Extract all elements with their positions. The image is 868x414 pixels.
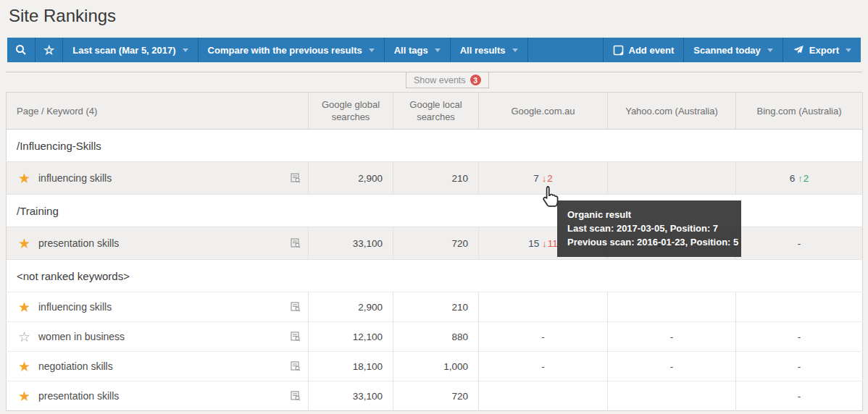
global-searches-cell: 2,900 xyxy=(309,162,393,195)
local-searches-cell: 880 xyxy=(393,322,479,352)
serp-details-icon[interactable] xyxy=(291,391,301,401)
trend-down-icon: ↓ xyxy=(539,173,548,184)
chevron-down-icon xyxy=(846,48,851,52)
global-searches-cell: 2,900 xyxy=(309,292,393,322)
keyword-label[interactable]: influencing skills xyxy=(38,301,112,313)
header-page-keyword[interactable]: Page / Keyword (4) xyxy=(7,93,309,130)
all-tags-label: All tags xyxy=(394,45,428,56)
bing-rank-cell[interactable]: - xyxy=(736,381,863,411)
keyword-label[interactable]: influencing skills xyxy=(38,172,112,184)
serp-details-icon[interactable] xyxy=(291,302,301,312)
events-bar: Show events 3 xyxy=(6,62,862,92)
serp-details-icon[interactable] xyxy=(291,173,301,183)
bing-rank-cell[interactable]: - xyxy=(736,227,863,260)
local-searches-cell: 210 xyxy=(393,162,479,195)
group-label: <not ranked keywords> xyxy=(7,260,863,292)
tooltip-last-scan: Last scan: 2017-03-05, Position: 7 xyxy=(567,221,731,235)
export-paper-plane-icon xyxy=(793,44,804,56)
favorites-filter-button[interactable]: ☆ xyxy=(36,38,63,62)
google-au-rank-cell[interactable] xyxy=(479,292,608,322)
group-label: /Influencing-Skills xyxy=(7,130,863,162)
keyword-label[interactable]: women in business xyxy=(38,331,125,342)
chevron-down-icon xyxy=(369,48,375,52)
header-bing-australia[interactable]: Bing.com (Australia) xyxy=(736,93,863,130)
global-searches-cell: 12,100 xyxy=(309,322,393,352)
global-searches-cell: 18,100 xyxy=(309,352,393,381)
compare-label: Compare with the previous results xyxy=(208,45,362,56)
keyword-row[interactable]: ★ presentation skills 33,100 720 - xyxy=(7,381,863,411)
keyword-label[interactable]: negotiation skills xyxy=(38,360,113,372)
keyword-label[interactable]: presentation skills xyxy=(38,390,119,402)
export-button[interactable]: Export xyxy=(783,38,861,62)
local-searches-cell: 210 xyxy=(393,292,479,322)
scanned-today-label: Scanned today xyxy=(693,45,760,56)
chevron-down-icon xyxy=(512,48,518,52)
cursor-pointer-icon xyxy=(539,185,561,213)
all-tags-dropdown[interactable]: All tags xyxy=(385,38,451,62)
header-google-local-searches[interactable]: Google local searches xyxy=(393,93,479,130)
header-google-global-searches[interactable]: Google global searches xyxy=(309,93,393,130)
header-yahoo-australia[interactable]: Yahoo.com (Australia) xyxy=(608,93,736,130)
google-au-rank-cell[interactable] xyxy=(479,381,608,411)
yahoo-rank-cell[interactable]: - xyxy=(608,322,736,352)
global-searches-cell: 33,100 xyxy=(309,227,393,260)
search-button[interactable] xyxy=(7,38,36,62)
google-au-rank-cell[interactable]: - xyxy=(479,322,608,352)
serp-details-icon[interactable] xyxy=(291,361,301,371)
trend-down-icon: ↓ xyxy=(539,238,548,249)
bing-rank-cell[interactable]: - xyxy=(736,322,863,352)
page-title: Site Rankings xyxy=(9,4,868,28)
global-searches-cell: 33,100 xyxy=(309,381,393,411)
export-label: Export xyxy=(809,45,839,56)
tooltip-title: Organic result xyxy=(567,208,731,221)
keyword-row[interactable]: ☆ women in business 12,100 880 - - - xyxy=(7,322,863,352)
favorite-star-icon[interactable]: ★ xyxy=(18,237,36,250)
all-results-dropdown[interactable]: All results xyxy=(451,38,528,62)
favorite-star-icon[interactable]: ★ xyxy=(18,172,36,185)
yahoo-rank-cell[interactable] xyxy=(608,292,736,322)
local-searches-cell: 720 xyxy=(393,381,479,411)
yahoo-rank-cell[interactable] xyxy=(608,381,736,411)
star-outline-icon: ☆ xyxy=(43,43,54,58)
google-au-rank-cell[interactable]: - xyxy=(479,352,608,381)
rank-tooltip: Organic result Last scan: 2017-03-05, Po… xyxy=(557,200,741,257)
keyword-label[interactable]: presentation skills xyxy=(38,237,119,249)
site-rankings-page: Site Rankings ☆ Last scan (Mar 5, 2017) … xyxy=(0,4,868,414)
show-events-button[interactable]: Show events 3 xyxy=(406,72,489,88)
show-events-label: Show events xyxy=(414,75,466,85)
favorite-star-icon[interactable]: ★ xyxy=(18,300,36,314)
keyword-row[interactable]: ★ influencing skills 2,900 210 xyxy=(7,292,863,322)
favorite-star-icon[interactable]: ★ xyxy=(18,389,36,403)
search-icon xyxy=(15,44,27,56)
yahoo-rank-cell[interactable] xyxy=(608,162,736,195)
bing-rank-cell[interactable] xyxy=(736,292,863,322)
compare-dropdown[interactable]: Compare with the previous results xyxy=(199,38,385,62)
last-scan-label: Last scan (Mar 5, 2017) xyxy=(72,45,175,56)
tooltip-previous-scan: Previous scan: 2016-01-23, Position: 5 xyxy=(567,235,731,249)
chevron-down-icon xyxy=(183,48,188,52)
events-count-badge: 3 xyxy=(470,75,481,85)
chevron-down-icon xyxy=(435,48,441,52)
bing-rank-cell[interactable]: - xyxy=(736,352,863,381)
local-searches-cell: 1,000 xyxy=(393,352,479,381)
scanned-today-dropdown[interactable]: Scanned today xyxy=(683,38,782,62)
add-event-button[interactable]: Add event xyxy=(603,38,684,62)
header-google-com-au[interactable]: Google.com.au xyxy=(479,93,608,130)
keyword-row[interactable]: ★ negotiation skills 18,100 1,000 - - - xyxy=(7,352,863,381)
group-row-influencing-skills: /Influencing-Skills xyxy=(7,130,863,162)
last-scan-dropdown[interactable]: Last scan (Mar 5, 2017) xyxy=(63,38,198,62)
keyword-row[interactable]: ★ influencing skills 2,900 210 7↓2 6↑2 xyxy=(7,162,863,195)
favorite-star-icon[interactable]: ★ xyxy=(18,360,36,373)
favorite-star-outline-icon[interactable]: ☆ xyxy=(18,330,36,344)
add-event-icon xyxy=(613,45,624,56)
table-header-row: Page / Keyword (4) Google global searche… xyxy=(7,93,863,130)
serp-details-icon[interactable] xyxy=(291,238,301,248)
serp-details-icon[interactable] xyxy=(291,331,301,342)
local-searches-cell: 720 xyxy=(393,227,479,260)
chevron-down-icon xyxy=(767,48,773,52)
yahoo-rank-cell[interactable]: - xyxy=(608,352,736,381)
bing-rank-cell[interactable]: 6↑2 xyxy=(736,162,863,195)
all-results-label: All results xyxy=(460,45,506,56)
add-event-label: Add event xyxy=(629,45,675,56)
group-row-not-ranked: <not ranked keywords> xyxy=(7,260,863,292)
